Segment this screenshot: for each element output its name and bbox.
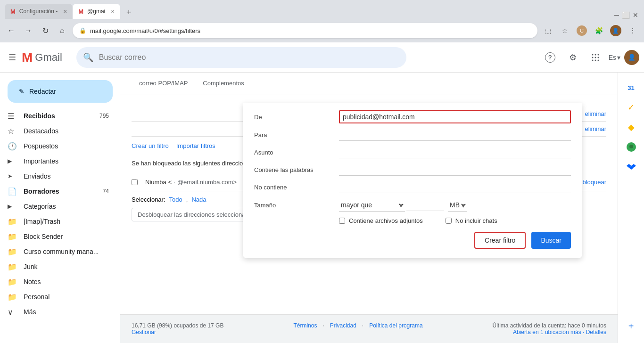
home-button[interactable]: ⌂ — [56, 24, 69, 37]
tab-complementos[interactable]: Complementos — [195, 74, 251, 94]
no-incluir-chats-checkbox-label[interactable]: No incluir chats — [446, 217, 497, 224]
forward-button[interactable]: → — [22, 24, 35, 37]
help-button[interactable]: ? — [541, 48, 560, 67]
contiene-adjuntos-checkbox-label[interactable]: Contiene archivos adjuntos — [339, 217, 423, 224]
manage-link[interactable]: Gestionar — [132, 329, 223, 335]
bookmark-icon[interactable]: ☆ — [558, 24, 571, 37]
inbox-icon: ☰ — [8, 112, 17, 121]
profile-icon[interactable]: C — [575, 24, 588, 37]
filter-delete-1[interactable]: eliminar — [585, 110, 606, 117]
sidebar-item-notes[interactable]: 📁 Notes — [0, 274, 116, 289]
tab1-close[interactable]: ✕ — [63, 9, 67, 14]
unit-dropdown-icon: ▾ — [462, 202, 465, 209]
tamano-select[interactable]: mayor que — [339, 199, 405, 212]
footer-right: Última actividad de la cuenta: hace 0 mi… — [493, 322, 606, 335]
contacts-icon-btn[interactable] — [622, 138, 641, 156]
profile-avatar-browser[interactable]: 👤 — [609, 24, 622, 37]
maximize-btn[interactable]: ⬜ — [622, 11, 630, 19]
address-text: mail.google.com/mail/u/0/#settings/filte… — [90, 27, 200, 34]
search-input[interactable] — [76, 47, 406, 68]
sidebar-item-pospuestos[interactable]: 🕐 Pospuestos — [0, 139, 116, 154]
lock-icon: 🔒 — [79, 27, 86, 34]
compose-button[interactable]: ✎ Redactar — [8, 80, 113, 103]
contiene-input[interactable] — [339, 164, 571, 176]
sidebar-item-curso-community[interactable]: 📁 Curso community mana... — [0, 244, 116, 259]
contiene-adjuntos-label: Contiene archivos adjuntos — [349, 217, 423, 224]
refresh-button[interactable]: ↻ — [39, 24, 52, 37]
svg-point-4 — [594, 57, 596, 58]
sidebar-item-label: Enviados — [24, 172, 109, 180]
profile-avatar[interactable]: 👤 — [624, 50, 639, 65]
para-input[interactable] — [339, 129, 571, 141]
keep-icon-btn[interactable]: ◆ — [622, 118, 641, 137]
tab-correo-pop[interactable]: correo POP/IMAP — [132, 74, 195, 94]
no-incluir-chats-checkbox[interactable] — [446, 218, 452, 224]
sidebar-item-label: Recibidos — [24, 112, 93, 120]
importar-filtros-link[interactable]: Importar filtros — [176, 142, 215, 149]
crear-filtro-button[interactable]: Crear filtro — [474, 232, 526, 249]
buscar-button[interactable]: Buscar — [531, 232, 571, 249]
crear-filtro-link[interactable]: Crear un filtro — [132, 142, 169, 149]
back-button[interactable]: ← — [5, 24, 18, 37]
language-selector[interactable]: Es ▾ — [609, 54, 620, 61]
sidebar-item-recibidos[interactable]: ☰ Recibidos 795 — [0, 108, 116, 123]
add-apps-button[interactable]: + — [622, 317, 641, 335]
settings-button[interactable]: ⚙ — [563, 48, 582, 67]
no-incluir-chats-label: No incluir chats — [455, 217, 497, 224]
open-locations-text[interactable]: Abierta en 1 ubicación más · Detalles — [493, 329, 606, 335]
sidebar-item-personal[interactable]: 📁 Personal — [0, 289, 116, 304]
calendar-icon-btn[interactable]: 31 — [622, 78, 641, 97]
tab1-favicon: M — [10, 8, 16, 15]
external-link-icon[interactable]: ⬚ — [541, 24, 554, 37]
no-contiene-label: No contiene — [254, 184, 339, 191]
select-nada[interactable]: Nada — [191, 196, 206, 203]
tamano-value-input[interactable] — [406, 199, 444, 211]
sidebar-item-label: Curso community mana... — [24, 248, 109, 255]
sidebar-item-label: Más — [24, 308, 109, 316]
privacy-link[interactable]: Privacidad — [330, 322, 356, 329]
gmail-header: ☰ M Gmail 🔍 ? ⚙ Es ▾ 👤 — [0, 42, 644, 73]
terms-link[interactable]: Términos — [293, 322, 317, 329]
gmail-body: ✎ Redactar ☰ Recibidos 795 ☆ Destacados … — [0, 73, 644, 343]
footer: 16,71 GB (98%) ocupados de 17 GB Gestion… — [120, 314, 618, 343]
sidebar-item-mas[interactable]: ∨ Más — [0, 304, 116, 319]
gmail-logo-m: M — [22, 50, 33, 65]
svg-point-2 — [597, 54, 599, 55]
sidebar-item-importantes[interactable]: ▶ Importantes — [0, 154, 116, 169]
compose-icon: ✎ — [19, 88, 25, 95]
asunto-input[interactable] — [339, 147, 571, 158]
sidebar-item-destacados[interactable]: ☆ Destacados — [0, 123, 116, 139]
sidebar-item-junk[interactable]: 📁 Junk — [0, 259, 116, 274]
contiene-adjuntos-checkbox[interactable] — [339, 218, 345, 224]
menu-icon[interactable]: ⋮ — [626, 24, 639, 37]
deblock-button[interactable]: Desbloquear las direcciones seleccionada… — [132, 208, 261, 221]
de-input[interactable] — [339, 110, 571, 123]
last-activity-text: Última actividad de la cuenta: hace 0 mi… — [493, 322, 606, 329]
hamburger-menu[interactable]: ☰ — [5, 49, 20, 66]
tab-2[interactable]: M @gmai ✕ — [73, 4, 120, 19]
policy-link[interactable]: Política del programa — [369, 322, 422, 329]
sidebar-item-categorias[interactable]: ▶ Categorías — [0, 199, 116, 214]
new-tab-button[interactable]: + — [122, 6, 135, 19]
tab2-close[interactable]: ✕ — [111, 9, 115, 14]
dropbox-icon-btn[interactable] — [622, 157, 641, 176]
tasks-icon-btn[interactable]: ✓ — [622, 98, 641, 117]
select-todo[interactable]: Todo — [169, 196, 182, 203]
gmail-logo-text: Gmail — [35, 51, 62, 64]
apps-button[interactable] — [586, 48, 605, 67]
sidebar-item-imap-trash[interactable]: 📁 [Imap]/Trash — [0, 214, 116, 229]
sidebar-item-block-sender[interactable]: 📁 Block Sender — [0, 229, 116, 244]
sidebar-item-label: Personal — [24, 293, 109, 301]
sent-icon: ➤ — [8, 173, 17, 180]
no-contiene-input[interactable] — [339, 181, 571, 193]
minimize-btn[interactable]: ─ — [614, 11, 619, 19]
filter-delete-2[interactable]: eliminar — [585, 125, 606, 132]
tab2-label: @gmai — [87, 8, 105, 15]
tab-1[interactable]: M Configuración - ✕ — [5, 4, 73, 19]
close-btn[interactable]: ✕ — [633, 11, 638, 19]
extensions-icon[interactable]: 🧩 — [592, 24, 605, 37]
blocked-checkbox[interactable] — [132, 179, 138, 185]
address-bar[interactable]: 🔒 mail.google.com/mail/u/0/#settings/fil… — [73, 23, 537, 38]
sidebar-item-borradores[interactable]: 📄 Borradores 74 — [0, 184, 116, 199]
sidebar-item-enviados[interactable]: ➤ Enviados — [0, 169, 116, 184]
